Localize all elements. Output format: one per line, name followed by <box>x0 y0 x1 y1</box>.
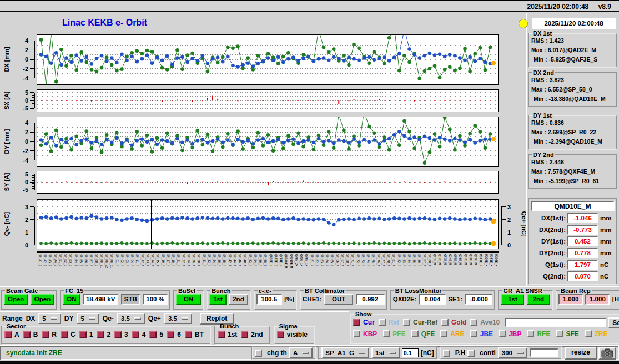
checkbox-zre[interactable] <box>585 330 592 337</box>
gr-a1-2nd-button[interactable]: 2nd <box>527 294 550 305</box>
snapshot-button[interactable] <box>598 347 616 360</box>
beam-gate-open-2-button[interactable]: Open <box>31 294 54 305</box>
checkbox-item: 2nd <box>241 330 263 340</box>
checkbox-c[interactable] <box>61 331 68 338</box>
stats-max: Max : 2.699@SP_R0_22 <box>531 129 615 138</box>
checkbox-3[interactable] <box>114 331 122 338</box>
checkbox-1st[interactable] <box>218 331 225 338</box>
extra-input[interactable] <box>530 348 558 357</box>
interval-dropdown[interactable]: 300 <box>498 347 527 358</box>
checkbox-visible[interactable] <box>277 331 284 338</box>
checkbox-kbp[interactable] <box>353 330 360 337</box>
checkbox-item: 5 <box>149 330 163 340</box>
bpm-label: SP_12_4 <box>141 254 145 266</box>
range-dy-dropdown[interactable]: 5 <box>77 313 99 324</box>
bunch-1st-button[interactable]: 1st <box>209 294 227 305</box>
checkbox-label: Cur-Ref <box>413 318 437 326</box>
checkbox-1[interactable] <box>79 331 87 338</box>
checkbox-cur[interactable] <box>353 318 360 326</box>
bpm-label: QF7E_M <box>464 254 468 265</box>
bpm-label: SP_74_4 <box>366 254 370 266</box>
range-dx-dropdown[interactable]: 5 <box>38 313 61 324</box>
bpm-label: SP_34_4 <box>213 254 217 266</box>
checkbox-rfe[interactable] <box>527 330 534 337</box>
checkbox-item: Cur-Ref <box>403 317 437 327</box>
checkbox-bt[interactable] <box>185 331 192 338</box>
bpm-label: SP_C2_4 <box>120 254 124 266</box>
bpm-label: SP_24_4 <box>187 254 191 266</box>
bunch-filter-group: Bunch 1st2nd <box>214 323 270 345</box>
bpm-label: SP_48_4 <box>243 254 247 266</box>
bpm-reading-row: Q(2nd):0.070nC <box>531 270 615 282</box>
checkbox-jbe[interactable] <box>470 330 477 337</box>
chg-th-checkbox[interactable] <box>255 350 262 357</box>
reading-unit: mm <box>600 238 611 245</box>
threshold-input[interactable] <box>402 348 419 357</box>
bpm-label: QD6E_M <box>459 254 462 265</box>
svg-text:1: 1 <box>507 229 511 236</box>
beam-rep-group: Beam Rep 1.000 1.000 [Hz] 100.000 [%] <box>556 287 619 310</box>
checkbox-a[interactable] <box>4 331 12 338</box>
reading-unit: mm <box>600 215 611 221</box>
fc15-on-button[interactable]: ON <box>63 294 80 305</box>
bunch-2nd-button[interactable]: 2nd <box>229 294 248 305</box>
busel-on-button[interactable]: ON <box>176 294 201 305</box>
bpm-label: SP_85_4 <box>412 254 416 266</box>
checkbox-item: B <box>23 330 38 340</box>
conti-checkbox[interactable] <box>467 350 475 357</box>
title-bar: 2025/11/20 02:00:48 v8.9 <box>0 1 619 12</box>
checkbox-cur-ref[interactable] <box>403 318 410 326</box>
bpm-label: SP_65_4 <box>330 254 334 266</box>
qxd2e-label: QXD2E: <box>393 294 417 302</box>
dropdown-dash-icon <box>359 352 365 354</box>
che1-out-button[interactable]: OUT <box>324 294 353 305</box>
checkbox-5[interactable] <box>149 331 157 338</box>
thresh-sector-dropdown[interactable]: A <box>289 347 313 358</box>
checkbox-2nd[interactable] <box>241 331 248 338</box>
plot-sx: 50-5SX [A] <box>0 87 527 114</box>
stats-min: Min : -5.199@SP_R0_61 <box>531 178 615 187</box>
bpm-label: MQD2E_M <box>485 254 489 266</box>
reading-label: DY(2nd): <box>531 250 566 256</box>
bpm-label: SP_54_4 <box>254 254 258 266</box>
reading-label: Q(2nd): <box>531 273 566 280</box>
checkbox-pfe[interactable] <box>383 330 390 337</box>
checkbox-6[interactable] <box>167 331 174 338</box>
ph-checkbox[interactable] <box>443 350 450 357</box>
ee-ratio-label: e-:e- <box>258 287 273 294</box>
set-ref-button[interactable]: Set Ref <box>608 317 619 328</box>
bpm-label: SP_A4_9 <box>54 254 58 266</box>
bt-collimator-label: BT Collimator <box>304 287 346 294</box>
range-qep-dropdown[interactable]: 3.5 <box>164 313 192 324</box>
checkbox-label: ZRE <box>595 330 608 338</box>
checkbox-gold[interactable] <box>441 318 449 326</box>
resize-button[interactable]: resize <box>565 347 597 360</box>
checkbox-2[interactable] <box>97 331 104 338</box>
ref-name-input[interactable] <box>505 318 606 327</box>
sigma-group: Sigma visible <box>274 323 315 345</box>
checkbox-label: SFE <box>566 330 578 338</box>
gr-a1-1st-button[interactable]: 1st <box>501 294 524 305</box>
beam-gate-open-1-button[interactable]: Open <box>4 294 28 305</box>
checkbox-4[interactable] <box>132 331 139 338</box>
checkbox-qfe[interactable] <box>411 330 419 337</box>
bpm-select-dropdown[interactable]: SP_A1_G <box>321 347 369 358</box>
checkbox-are[interactable] <box>440 330 447 337</box>
checkbox-sfe[interactable] <box>556 330 563 337</box>
bpm-label: SP_83_4 <box>402 254 406 266</box>
svg-text:SX [A]: SX [A] <box>3 91 10 109</box>
checkbox-b[interactable] <box>23 331 31 338</box>
range-qem-dropdown[interactable]: 3.5 <box>117 313 145 324</box>
dropdown-dash-icon <box>302 352 309 354</box>
checkbox-ref[interactable] <box>379 318 386 326</box>
checkbox-label: 1st <box>228 331 237 338</box>
checkbox-ave10[interactable] <box>470 318 477 326</box>
divider <box>0 311 349 312</box>
checkbox-jbp[interactable] <box>499 330 506 337</box>
checkbox-item: Ave10 <box>470 317 500 327</box>
bpm-label: SP_36_4 <box>218 254 222 266</box>
checkbox-r[interactable] <box>42 331 49 338</box>
bpm-name[interactable]: QMD10E_M <box>531 201 615 211</box>
bunch-select-dropdown[interactable]: 1st <box>371 347 400 358</box>
bpm-label: QD4E_M <box>449 254 452 265</box>
